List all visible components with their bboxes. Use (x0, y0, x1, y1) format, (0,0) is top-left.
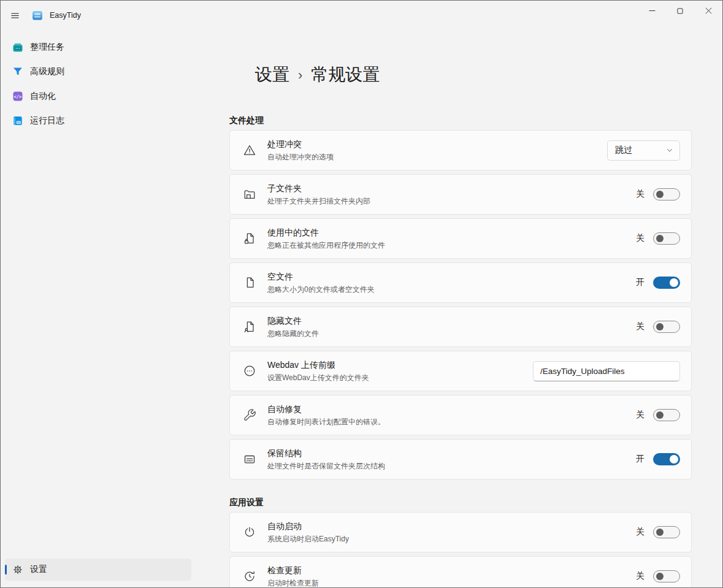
structure-icon (243, 452, 256, 466)
setting-title: Webdav 上传前缀 (267, 359, 369, 371)
setting-card-subfolders: 子文件夹处理子文件夹并扫描文件夹内部关 (229, 174, 692, 215)
nav-toggle-button[interactable] (6, 6, 24, 25)
app-window: EasyTidy 整理任务高级规则</>自动化运行日志 设置 (0, 0, 723, 588)
setting-title: 检查更新 (267, 565, 319, 576)
sidebar-item-settings[interactable]: 设置 (5, 559, 191, 581)
breadcrumb-root[interactable]: 设置 (255, 63, 289, 86)
sidebar-item-label: 自动化 (30, 91, 56, 102)
setting-control: 关 (636, 570, 680, 582)
subfolder-icon (243, 188, 256, 201)
file-in-use-icon (243, 232, 256, 245)
setting-title: 隐藏文件 (267, 315, 319, 327)
setting-text: Webdav 上传前缀设置WebDav上传文件的文件夹 (267, 359, 369, 383)
auto-repair-toggle[interactable] (653, 409, 680, 421)
settings-page: 设置 › 常规设置 文件处理处理冲突自动处理冲突的选项跳过子文件夹处理子文件夹并… (196, 30, 722, 587)
settings-section: 应用设置自动启动系统启动时启动EasyTidy关检查更新启动时检查更新关 (229, 497, 692, 587)
setting-control: 跳过 (607, 140, 680, 161)
setting-title: 保留结构 (267, 448, 385, 459)
window-controls (638, 1, 722, 21)
setting-subtitle: 系统启动时启动EasyTidy (267, 534, 349, 544)
setting-icon-cell (242, 570, 258, 583)
toggle-state-label: 开 (636, 454, 645, 465)
sidebar-item-tasks[interactable]: 整理任务 (5, 36, 191, 58)
setting-text: 保留结构处理文件时是否保留文件夹层次结构 (267, 448, 385, 471)
setting-title: 子文件夹 (267, 183, 370, 194)
setting-card-webdav-prefix: Webdav 上传前缀设置WebDav上传文件的文件夹 (229, 351, 692, 391)
sidebar-item-label: 整理任务 (30, 42, 64, 53)
check-updates-toggle[interactable] (653, 570, 680, 582)
setting-title: 自动修复 (267, 403, 385, 415)
setting-title: 使用中的文件 (267, 227, 385, 239)
close-button[interactable] (694, 1, 722, 21)
minimize-icon (648, 6, 657, 15)
setting-text: 子文件夹处理子文件夹并扫描文件夹内部 (267, 183, 370, 206)
setting-icon-cell (242, 276, 258, 289)
toggle-knob (656, 191, 664, 198)
preserve-structure-toggle[interactable] (653, 453, 680, 465)
empty-files-toggle[interactable] (653, 277, 680, 289)
sidebar-item-rules[interactable]: 高级规则 (5, 61, 191, 83)
toggle-state-label: 关 (636, 233, 645, 244)
subfolders-toggle[interactable] (653, 188, 680, 200)
webdav-icon (243, 364, 256, 378)
setting-text: 空文件忽略大小为0的文件或者空文件夹 (267, 271, 375, 294)
hidden-files-toggle[interactable] (653, 321, 680, 333)
setting-card-auto-start: 自动启动系统启动时启动EasyTidy关 (229, 512, 692, 552)
setting-text: 隐藏文件忽略隐藏的文件 (267, 315, 319, 338)
toggle-state-label: 关 (636, 189, 645, 200)
sidebar-item-logs[interactable]: 运行日志 (5, 110, 191, 132)
auto-start-toggle[interactable] (653, 526, 680, 538)
files-in-use-toggle[interactable] (653, 232, 680, 245)
hamburger-icon (10, 10, 20, 21)
setting-subtitle: 自动修复时间表计划配置中的错误。 (267, 417, 385, 427)
section-title: 应用设置 (229, 497, 692, 508)
sidebar-item-label: 运行日志 (30, 115, 64, 126)
webdav-prefix-input[interactable] (533, 361, 680, 381)
conflict-resolution-dropdown[interactable]: 跳过 (607, 140, 680, 161)
minimize-button[interactable] (638, 1, 666, 21)
section-title: 文件处理 (229, 115, 692, 126)
setting-icon-cell (242, 364, 258, 378)
breadcrumb: 设置 › 常规设置 (255, 62, 692, 87)
setting-card-preserve-structure: 保留结构处理文件时是否保留文件夹层次结构开 (229, 439, 692, 479)
gear-icon (12, 563, 24, 576)
setting-subtitle: 处理子文件夹并扫描文件夹内部 (267, 196, 370, 206)
setting-text: 处理冲突自动处理冲突的选项 (267, 139, 334, 162)
setting-control: 关 (636, 188, 680, 200)
setting-card-auto-repair: 自动修复自动修复时间表计划配置中的错误。关 (229, 395, 692, 435)
setting-control: 关 (636, 232, 680, 245)
selection-indicator (5, 565, 7, 575)
setting-icon-cell (242, 452, 258, 466)
setting-subtitle: 启动时检查更新 (267, 578, 319, 587)
toggle-state-label: 开 (636, 277, 645, 288)
setting-subtitle: 忽略正在被其他应用程序使用的文件 (267, 240, 385, 250)
setting-card-hidden-files: 隐藏文件忽略隐藏的文件关 (229, 307, 692, 347)
sidebar-item-label: 设置 (30, 564, 47, 575)
empty-file-icon (243, 276, 256, 289)
setting-title: 空文件 (267, 271, 375, 283)
setting-subtitle: 忽略大小为0的文件或者空文件夹 (267, 284, 375, 294)
setting-card-conflict-resolution: 处理冲突自动处理冲突的选项跳过 (229, 130, 692, 170)
setting-title: 自动启动 (267, 521, 349, 532)
setting-icon-cell (242, 320, 258, 334)
hidden-file-icon (243, 320, 256, 334)
setting-control: 关 (636, 409, 680, 421)
toggle-knob (656, 573, 664, 580)
logs-icon (12, 115, 24, 127)
setting-icon-cell (242, 143, 258, 157)
breadcrumb-chevron-icon: › (298, 64, 302, 87)
setting-control: 开 (636, 453, 680, 465)
filter-icon (12, 66, 24, 78)
maximize-button[interactable] (666, 1, 694, 21)
setting-subtitle: 处理文件时是否保留文件夹层次结构 (267, 461, 385, 471)
setting-subtitle: 设置WebDav上传文件的文件夹 (267, 373, 369, 383)
toggle-state-label: 关 (636, 571, 645, 582)
toggle-knob (656, 529, 664, 536)
setting-title: 处理冲突 (267, 139, 334, 150)
sidebar-item-label: 高级规则 (30, 66, 64, 77)
toggle-state-label: 关 (636, 527, 645, 538)
setting-card-files-in-use: 使用中的文件忽略正在被其他应用程序使用的文件关 (229, 218, 692, 259)
update-icon (243, 570, 256, 583)
app-logo-icon (31, 9, 44, 21)
sidebar-item-automation[interactable]: </>自动化 (5, 85, 191, 107)
